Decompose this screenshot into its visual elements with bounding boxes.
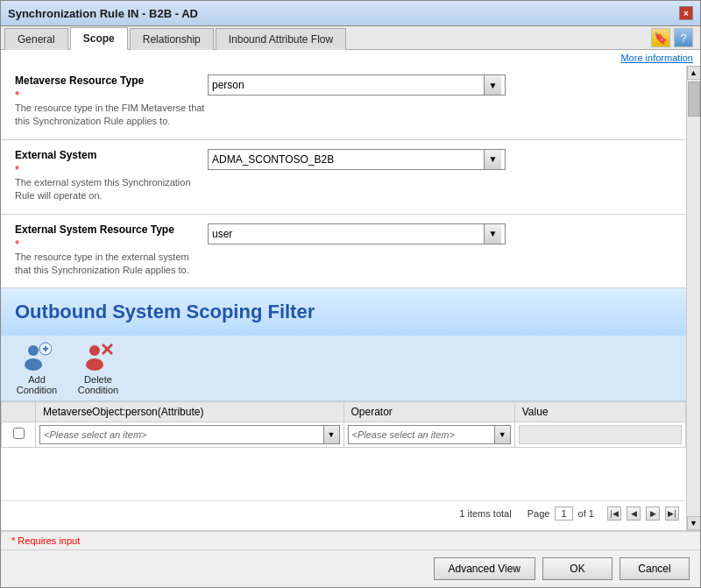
metaverse-resource-row: Metaverse Resource Type * The resource t… [15, 74, 672, 134]
external-resource-section: External System Resource Type * The reso… [1, 215, 686, 289]
delete-condition-button[interactable]: Delete Condition [76, 341, 120, 395]
scroll-up-button[interactable]: ▲ [687, 66, 701, 80]
metaverse-resource-desc: The resource type in the FIM Metaverse t… [15, 102, 208, 129]
prev-page-button[interactable]: ◀ [627, 507, 641, 521]
scroll-container: Metaverse Resource Type * The resource t… [1, 66, 700, 530]
external-system-required-star: * [15, 163, 208, 176]
col-check [2, 402, 36, 422]
scoping-filter-title: Outbound System Scoping Filter [15, 301, 672, 323]
row-value-cell [514, 422, 685, 448]
col-attribute: MetaverseObject:person(Attribute) [36, 402, 343, 422]
row-checkbox-cell [2, 422, 36, 448]
value-input[interactable] [519, 425, 682, 444]
cancel-button[interactable]: Cancel [620, 557, 690, 580]
first-page-button[interactable]: |◀ [607, 507, 621, 521]
metaverse-resource-section: Metaverse Resource Type * The resource t… [1, 66, 686, 140]
scroll-thumb[interactable] [688, 81, 700, 117]
attribute-dropdown-arrow: ▼ [323, 426, 339, 443]
delete-condition-icon [82, 341, 114, 372]
attribute-placeholder: <Please select an item> [40, 429, 322, 440]
advanced-view-button[interactable]: Advanced View [434, 557, 536, 580]
tab-general[interactable]: General [4, 28, 68, 50]
external-system-dropdown-arrow: ▼ [484, 150, 501, 169]
tab-inbound-attribute-flow[interactable]: Inbound Attribute Flow [216, 28, 346, 50]
title-bar: Synchronization Rule IN - B2B - AD × [1, 1, 700, 26]
of-label: of 1 [578, 508, 594, 519]
attribute-dropdown[interactable]: <Please select an item> ▼ [39, 425, 339, 444]
metaverse-resource-right: person ▼ [208, 74, 672, 96]
tab-relationship[interactable]: Relationship [130, 28, 214, 50]
table-row: <Please select an item> ▼ <Please select… [2, 422, 686, 448]
close-button[interactable]: × [679, 6, 693, 20]
page-number-box[interactable]: 1 [555, 507, 572, 521]
operator-dropdown-arrow: ▼ [494, 426, 510, 443]
add-condition-icon [21, 341, 53, 372]
row-attribute-cell: <Please select an item> ▼ [36, 422, 343, 448]
tab-scope[interactable]: Scope [70, 27, 128, 50]
external-resource-value: user [212, 228, 484, 240]
external-system-desc: The external system this Synchronization… [15, 176, 208, 203]
add-condition-button[interactable]: Add Condition [15, 341, 59, 395]
svg-point-1 [25, 358, 42, 371]
row-operator-cell: <Please select an item> ▼ [343, 422, 514, 448]
window-title: Synchronization Rule IN - B2B - AD [8, 7, 198, 20]
conditions-table-container: MetaverseObject:person(Attribute) Operat… [1, 401, 686, 448]
requires-input-note: * Requires input [1, 532, 700, 549]
condition-toolbar: Add Condition Delete Condition [1, 336, 686, 401]
more-information-link[interactable]: More information [1, 50, 700, 66]
main-content: Metaverse Resource Type * The resource t… [1, 66, 686, 530]
operator-dropdown[interactable]: <Please select an item> ▼ [348, 425, 511, 444]
external-system-label: External System [15, 149, 208, 161]
metaverse-resource-value: person [212, 79, 484, 91]
external-system-row: External System * The external system th… [15, 149, 672, 209]
metaverse-resource-dropdown-arrow: ▼ [484, 75, 501, 95]
tab-bar: General Scope Relationship Inbound Attri… [1, 26, 700, 50]
metaverse-resource-label: Metaverse Resource Type [15, 74, 208, 87]
items-total: 1 items total [459, 508, 511, 519]
scoping-filter-header: Outbound System Scoping Filter [1, 288, 686, 336]
external-resource-required-star: * [15, 237, 208, 251]
vertical-scrollbar: ▲ ▼ [686, 66, 700, 530]
external-resource-dropdown-arrow: ▼ [484, 224, 501, 244]
bookmark-icon-button[interactable]: 🔖 [651, 28, 670, 47]
external-resource-row: External System Resource Type * The reso… [15, 223, 672, 283]
external-resource-left: External System Resource Type * The reso… [15, 223, 208, 283]
external-system-dropdown[interactable]: ADMA_SCONTOSO_B2B ▼ [208, 149, 506, 170]
external-system-section: External System * The external system th… [1, 140, 686, 215]
svg-point-0 [28, 345, 39, 356]
conditions-table: MetaverseObject:person(Attribute) Operat… [1, 401, 686, 448]
last-page-button[interactable]: ▶| [665, 507, 679, 521]
external-resource-right: user ▼ [208, 223, 672, 244]
metaverse-resource-dropdown[interactable]: person ▼ [208, 74, 506, 96]
page-label: Page [528, 508, 550, 519]
tab-icons: 🔖 ? [651, 28, 697, 47]
ok-button[interactable]: OK [542, 557, 612, 580]
col-operator: Operator [343, 402, 514, 422]
scroll-track[interactable] [687, 80, 700, 516]
svg-point-5 [89, 345, 100, 356]
next-page-button[interactable]: ▶ [646, 507, 660, 521]
external-resource-label: External System Resource Type [15, 223, 208, 236]
external-resource-dropdown[interactable]: user ▼ [208, 223, 506, 244]
svg-point-6 [86, 358, 103, 371]
scroll-down-button[interactable]: ▼ [687, 516, 701, 530]
add-condition-label: Add Condition [15, 374, 59, 395]
external-system-right: ADMA_SCONTOSO_B2B ▼ [208, 149, 672, 170]
external-resource-desc: The resource type in the external system… [15, 251, 208, 278]
pagination-bar: 1 items total Page 1 of 1 |◀ ◀ ▶ ▶| [1, 500, 686, 526]
external-system-left: External System * The external system th… [15, 149, 208, 209]
metaverse-resource-left: Metaverse Resource Type * The resource t… [15, 74, 208, 134]
col-value: Value [514, 402, 685, 422]
main-window: Synchronization Rule IN - B2B - AD × Gen… [0, 0, 701, 588]
metaverse-resource-required-star: * [15, 89, 208, 102]
footer: * Requires input Advanced View OK Cancel [1, 530, 700, 587]
operator-placeholder: <Please select an item> [349, 429, 494, 440]
external-system-value: ADMA_SCONTOSO_B2B [212, 153, 484, 166]
row-checkbox[interactable] [13, 428, 25, 439]
delete-condition-label: Delete Condition [76, 374, 120, 395]
help-icon-button[interactable]: ? [674, 28, 693, 47]
footer-buttons: Advanced View OK Cancel [1, 550, 700, 587]
